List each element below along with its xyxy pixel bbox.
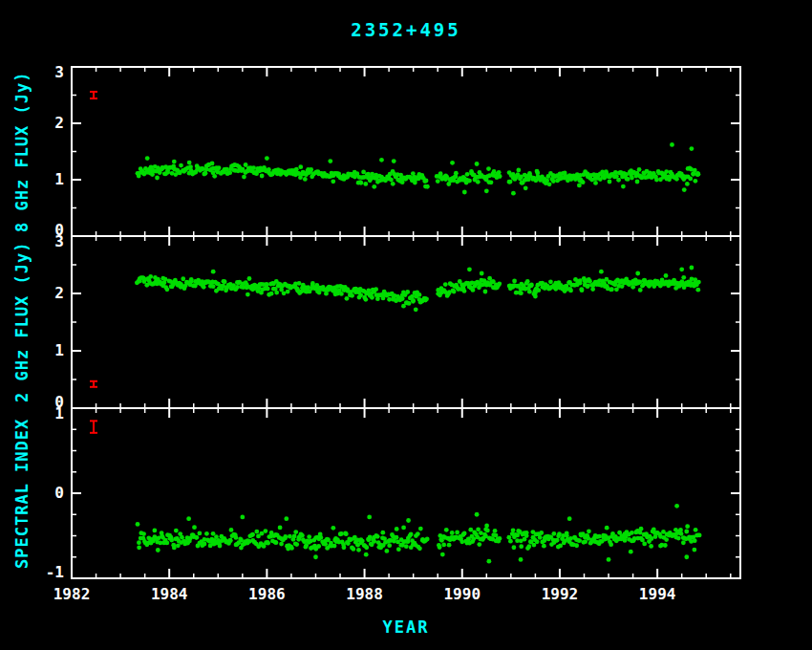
svg-text:1: 1 bbox=[54, 170, 64, 188]
svg-text:1: 1 bbox=[54, 341, 64, 359]
svg-text:1990: 1990 bbox=[443, 585, 481, 603]
svg-text:2: 2 bbox=[54, 284, 64, 302]
svg-text:3: 3 bbox=[54, 232, 64, 250]
svg-text:3: 3 bbox=[54, 63, 64, 81]
svg-text:2: 2 bbox=[54, 114, 64, 132]
svg-text:0: 0 bbox=[54, 484, 64, 502]
svg-text:1982: 1982 bbox=[53, 585, 91, 603]
plot-page: 2352+495 8 GHz FLUX (Jy) 2 GHz FLUX (Jy)… bbox=[0, 0, 812, 650]
svg-text:1984: 1984 bbox=[151, 585, 188, 603]
svg-text:1994: 1994 bbox=[639, 585, 676, 603]
svg-text:1: 1 bbox=[54, 404, 64, 422]
svg-text:1986: 1986 bbox=[248, 585, 286, 603]
svg-text:1992: 1992 bbox=[542, 585, 579, 603]
chart-canvas: 012301231982198419861988199019921994-101 bbox=[0, 0, 812, 650]
svg-text:1988: 1988 bbox=[346, 585, 383, 603]
svg-text:-1: -1 bbox=[46, 563, 64, 581]
